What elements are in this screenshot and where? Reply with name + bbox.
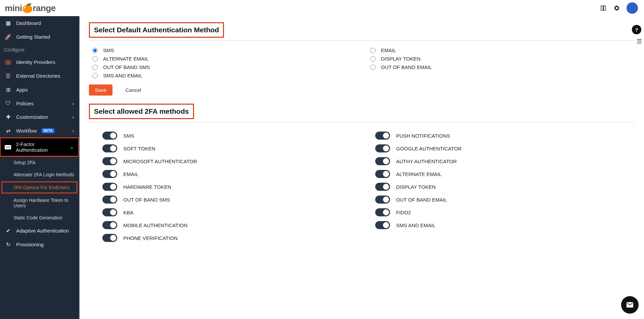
logo: mini🍊range xyxy=(5,3,56,13)
radio-option[interactable]: DISPLAY TOKEN xyxy=(370,56,635,62)
toggle-label: MICROSOFT AUTHENTICATOR xyxy=(123,158,197,164)
sidebar-item-label: 2-Factor Authentication xyxy=(16,141,65,153)
sidebar-item-policies[interactable]: 🛡 Policies › xyxy=(0,97,79,110)
toggle-label: EMAIL xyxy=(123,171,138,177)
toggle-row: SMS xyxy=(102,132,362,140)
toggle-row: OUT OF BAND EMAIL xyxy=(375,196,635,204)
save-button[interactable]: Save xyxy=(89,84,112,96)
sidebar-sub-alternate[interactable]: Alternate 2FA Login Methods xyxy=(0,169,79,181)
toggle-switch[interactable] xyxy=(102,170,117,178)
sidebar-item-dashboard[interactable]: ▦ Dashboard xyxy=(0,16,79,30)
sidebar-item-label: Apps xyxy=(16,87,28,93)
workflow-icon: ⇄ xyxy=(5,128,11,134)
toggle-switch[interactable] xyxy=(102,132,117,140)
shield-icon: 🛡 xyxy=(5,100,11,106)
sidebar-item-label: External Directories xyxy=(16,73,60,79)
radio-label: SMS AND EMAIL xyxy=(103,73,142,78)
sidebar-sub-setup2fa[interactable]: Setup 2FA xyxy=(0,156,79,169)
radio-option[interactable]: OUT OF BAND SMS xyxy=(92,64,357,70)
sidebar-item-provisioning[interactable]: ↻ Provisioning xyxy=(0,238,79,251)
radio-input[interactable] xyxy=(92,65,98,70)
chat-button[interactable] xyxy=(621,296,639,314)
help-button[interactable]: ? xyxy=(632,25,641,34)
chevron-down-icon: ⌄ xyxy=(70,144,74,150)
toggle-label: OUT OF BAND EMAIL xyxy=(396,197,447,203)
shield-check-icon: ✔ xyxy=(5,227,11,234)
toggle-switch[interactable] xyxy=(102,144,117,152)
sidebar-item-label: Identity Providers xyxy=(16,59,55,65)
cancel-button[interactable]: Cancel xyxy=(119,84,147,96)
sidebar-item-workflow[interactable]: ⇄ Workflow BETA › xyxy=(0,124,79,138)
toggle-label: PUSH NOTIFICATIONS xyxy=(396,133,450,139)
toggle-row: MICROSOFT AUTHENTICATOR xyxy=(102,157,362,165)
sidebar-item-label: Provisioning xyxy=(16,242,44,247)
toggle-label: SMS xyxy=(123,133,134,139)
radio-input[interactable] xyxy=(92,73,98,78)
radio-option[interactable]: SMS xyxy=(92,47,357,53)
toggle-switch[interactable] xyxy=(375,144,390,152)
toggle-row: DISPLAY TOKEN xyxy=(375,183,635,191)
sidebar-item-2fa[interactable]: 123 2-Factor Authentication ⌄ xyxy=(0,138,79,156)
toggle-switch[interactable] xyxy=(375,221,390,229)
sidebar-item-apps[interactable]: ⊞ Apps xyxy=(0,83,79,97)
radio-input[interactable] xyxy=(370,56,376,62)
radio-label: SMS xyxy=(103,47,114,53)
toggle-switch[interactable] xyxy=(375,157,390,165)
radio-input[interactable] xyxy=(92,48,98,53)
briefcase-icon: 💼 xyxy=(5,59,11,65)
main-content: Select Default Authentication Method SMS… xyxy=(79,16,644,319)
avatar[interactable] xyxy=(626,2,638,14)
toggle-switch[interactable] xyxy=(375,196,390,204)
toggle-switch[interactable] xyxy=(102,157,117,165)
radio-input[interactable] xyxy=(370,48,376,53)
divider xyxy=(89,40,635,41)
docs-icon[interactable] xyxy=(600,4,607,12)
toggle-row: AUTHY AUTHENTICATOR xyxy=(375,157,635,165)
toggle-row: EMAIL xyxy=(102,170,362,178)
toggle-label: FIDO2 xyxy=(396,210,411,215)
sidebar-sub-static[interactable]: Static Code Generation xyxy=(0,212,79,224)
sidebar-sub-hardware[interactable]: Assign Hardware Token to Users xyxy=(0,194,79,212)
toggle-switch[interactable] xyxy=(102,196,117,204)
toggle-switch[interactable] xyxy=(375,208,390,216)
toggle-label: OUT OF BAND SMS xyxy=(123,197,170,203)
sidebar-item-identity-providers[interactable]: 💼 Identity Providers xyxy=(0,55,79,69)
radio-option[interactable]: ALTERNATE EMAIL xyxy=(92,56,357,62)
toggle-switch[interactable] xyxy=(102,234,117,242)
panel-toggle-icon[interactable]: ☰ xyxy=(637,38,642,45)
radio-input[interactable] xyxy=(92,56,98,62)
settings-icon[interactable] xyxy=(613,4,620,12)
toggle-label: KBA xyxy=(123,210,133,215)
section-2: Select allowed 2FA methods SMSSOFT TOKEN… xyxy=(89,104,635,242)
toggle-switch[interactable] xyxy=(102,183,117,191)
section-title-allowed-2fa: Select allowed 2FA methods xyxy=(89,104,194,119)
toggle-label: DISPLAY TOKEN xyxy=(396,184,436,190)
toggle-label: GOOGLE AUTHENTICATOR xyxy=(396,146,461,151)
radio-input[interactable] xyxy=(370,65,376,70)
dashboard-icon: ▦ xyxy=(5,20,11,26)
toggle-switch[interactable] xyxy=(375,170,390,178)
sidebar-item-adaptive[interactable]: ✔ Adaptive Authentication xyxy=(0,224,79,238)
radio-option[interactable]: OUT OF BAND EMAIL xyxy=(370,64,635,70)
toggle-switch[interactable] xyxy=(375,183,390,191)
sidebar-item-getting-started[interactable]: 🚀 Getting Started xyxy=(0,30,79,44)
sidebar-item-label: Adaptive Authentication xyxy=(16,228,69,234)
radio-option[interactable]: SMS AND EMAIL xyxy=(92,73,357,78)
sidebar-sub-endusers[interactable]: 2FA Options For EndUsers xyxy=(1,181,77,193)
sidebar-item-customization[interactable]: ✚ Customization › xyxy=(0,110,79,124)
toggle-label: MOBILE AUTHENTICATION xyxy=(123,222,188,228)
sync-icon: ↻ xyxy=(5,241,11,248)
toggle-row: GOOGLE AUTHENTICATOR xyxy=(375,144,635,152)
topbar: mini🍊range xyxy=(0,0,644,16)
toggle-switch[interactable] xyxy=(102,221,117,229)
toggle-switch[interactable] xyxy=(375,132,390,140)
radio-label: OUT OF BAND EMAIL xyxy=(381,64,432,70)
divider xyxy=(89,122,635,122)
sidebar-item-external-directories[interactable]: ☰ External Directories xyxy=(0,69,79,83)
radio-option[interactable]: EMAIL xyxy=(370,47,635,53)
list-icon: ☰ xyxy=(5,73,11,79)
sidebar-item-label: Dashboard xyxy=(16,20,41,26)
toggle-row: KBA xyxy=(102,208,362,216)
radio-label: OUT OF BAND SMS xyxy=(103,64,150,70)
toggle-switch[interactable] xyxy=(102,208,117,216)
